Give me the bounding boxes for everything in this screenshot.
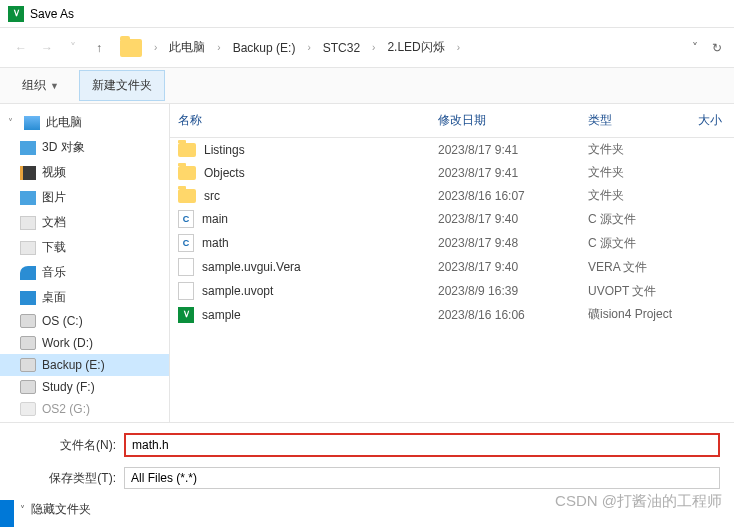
back-button[interactable]: ← [12, 39, 30, 57]
drive-icon [20, 380, 36, 394]
refresh-button[interactable]: ↻ [712, 41, 722, 55]
sidebar-item-drive-f[interactable]: Study (F:) [0, 376, 169, 398]
file-type: C 源文件 [580, 235, 690, 252]
download-icon [20, 241, 36, 255]
file-date: 2023/8/16 16:06 [430, 308, 580, 322]
sidebar-label: 此电脑 [46, 114, 82, 131]
sidebar-item-drive-e[interactable]: Backup (E:) [0, 354, 169, 376]
sidebar-label: 桌面 [42, 289, 66, 306]
chevron-right-icon: › [368, 40, 379, 55]
table-row[interactable]: sample.uvopt2023/8/9 16:39UVOPT 文件 [170, 279, 734, 303]
sidebar-item-pictures[interactable]: 图片 [0, 185, 169, 210]
table-row[interactable]: Ｖsample2023/8/16 16:06礦ision4 Project [170, 303, 734, 326]
header-size[interactable]: 大小 [690, 112, 734, 129]
sidebar-item-downloads[interactable]: 下载 [0, 235, 169, 260]
forward-button[interactable]: → [38, 39, 56, 57]
table-row[interactable]: Objects2023/8/17 9:41文件夹 [170, 161, 734, 184]
video-icon [20, 166, 36, 180]
table-row[interactable]: Listings2023/8/17 9:41文件夹 [170, 138, 734, 161]
column-headers: 名称 修改日期 类型 大小 [170, 104, 734, 138]
new-folder-label: 新建文件夹 [92, 77, 152, 94]
c-icon: C [178, 210, 194, 228]
crumb-folder1[interactable]: STC32 [319, 39, 364, 57]
picture-icon [20, 191, 36, 205]
sidebar-item-pc[interactable]: ˅此电脑 [0, 110, 169, 135]
sidebar-label: 3D 对象 [42, 139, 85, 156]
file-date: 2023/8/9 16:39 [430, 284, 580, 298]
sidebar-label: OS (C:) [42, 314, 83, 328]
sidebar-item-3d[interactable]: 3D 对象 [0, 135, 169, 160]
chevron-right-icon: › [453, 40, 464, 55]
app-icon: Ｖ [178, 307, 194, 323]
desktop-icon [20, 291, 36, 305]
sidebar-item-music[interactable]: 音乐 [0, 260, 169, 285]
sidebar-item-desktop[interactable]: 桌面 [0, 285, 169, 310]
sidebar: ˅此电脑 3D 对象 视频 图片 文档 下载 音乐 桌面 OS (C:) Wor… [0, 104, 170, 422]
filetype-label: 保存类型(T): [14, 470, 124, 487]
cube-icon [20, 141, 36, 155]
breadcrumb[interactable]: › 此电脑 › Backup (E:) › STC32 › 2.LED闪烁 › [150, 37, 684, 58]
drive-icon [20, 314, 36, 328]
sidebar-item-video[interactable]: 视频 [0, 160, 169, 185]
file-type: 礦ision4 Project [580, 306, 690, 323]
sidebar-item-drive-c[interactable]: OS (C:) [0, 310, 169, 332]
header-name[interactable]: 名称 [170, 112, 430, 129]
sidebar-label: 下载 [42, 239, 66, 256]
sidebar-item-drive-d[interactable]: Work (D:) [0, 332, 169, 354]
header-type[interactable]: 类型 [580, 112, 690, 129]
file-name: Objects [204, 166, 245, 180]
organize-button[interactable]: 组织 ▼ [10, 71, 71, 100]
drive-icon [20, 336, 36, 350]
toolbar: 组织 ▼ 新建文件夹 [0, 68, 734, 104]
chevron-down-icon: ˅ [20, 504, 25, 515]
left-accent [0, 500, 14, 527]
sidebar-label: 图片 [42, 189, 66, 206]
sidebar-item-drive-g[interactable]: OS2 (G:) [0, 398, 169, 420]
file-name: sample [202, 308, 241, 322]
sidebar-label: 文档 [42, 214, 66, 231]
pc-icon [24, 116, 40, 130]
app-icon: Ｖ [8, 6, 24, 22]
sidebar-item-documents[interactable]: 文档 [0, 210, 169, 235]
table-row[interactable]: src2023/8/16 16:07文件夹 [170, 184, 734, 207]
recent-dropdown[interactable]: ˅ [64, 39, 82, 57]
chevron-right-icon: › [303, 40, 314, 55]
filename-input[interactable] [124, 433, 720, 457]
crumb-pc[interactable]: 此电脑 [165, 37, 209, 58]
file-type: C 源文件 [580, 211, 690, 228]
filename-row: 文件名(N): [14, 433, 720, 457]
file-type: 文件夹 [580, 187, 690, 204]
file-icon [178, 258, 194, 276]
table-row[interactable]: Cmath2023/8/17 9:48C 源文件 [170, 231, 734, 255]
file-date: 2023/8/17 9:48 [430, 236, 580, 250]
table-row[interactable]: Cmain2023/8/17 9:40C 源文件 [170, 207, 734, 231]
filetype-select[interactable] [124, 467, 720, 489]
file-list: 名称 修改日期 类型 大小 Listings2023/8/17 9:41文件夹O… [170, 104, 734, 422]
file-type: VERA 文件 [580, 259, 690, 276]
sidebar-label: Work (D:) [42, 336, 93, 350]
file-type: 文件夹 [580, 164, 690, 181]
folder-icon [178, 143, 196, 157]
header-date[interactable]: 修改日期 [430, 112, 580, 129]
collapse-icon[interactable]: ˅ [8, 117, 18, 128]
crumb-folder2[interactable]: 2.LED闪烁 [383, 37, 448, 58]
new-folder-button[interactable]: 新建文件夹 [79, 70, 165, 101]
chevron-right-icon: › [213, 40, 224, 55]
table-row[interactable]: sample.uvgui.Vera2023/8/17 9:40VERA 文件 [170, 255, 734, 279]
path-dropdown[interactable]: ˅ [692, 41, 698, 55]
file-type: 文件夹 [580, 141, 690, 158]
drive-icon [20, 358, 36, 372]
up-button[interactable]: ↑ [90, 39, 108, 57]
hide-folders-label: 隐藏文件夹 [31, 501, 91, 518]
drive-icon [20, 402, 36, 416]
file-name: math [202, 236, 229, 250]
file-name: Listings [204, 143, 245, 157]
file-type: UVOPT 文件 [580, 283, 690, 300]
sidebar-label: 音乐 [42, 264, 66, 281]
file-name: main [202, 212, 228, 226]
sidebar-label: OS2 (G:) [42, 402, 90, 416]
file-rows: Listings2023/8/17 9:41文件夹Objects2023/8/1… [170, 138, 734, 326]
c-icon: C [178, 234, 194, 252]
organize-label: 组织 [22, 77, 46, 94]
crumb-drive[interactable]: Backup (E:) [229, 39, 300, 57]
